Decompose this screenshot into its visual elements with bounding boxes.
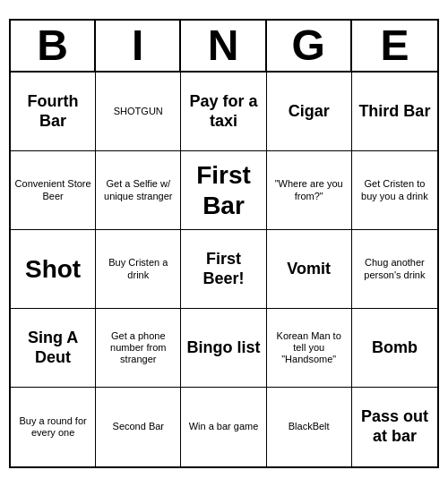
bingo-cell-15: Sing A Deut	[11, 309, 96, 388]
bingo-cell-23: BlackBelt	[267, 388, 352, 466]
cell-text-11: Buy Cristen a drink	[99, 257, 177, 280]
cell-text-15: Sing A Deut	[14, 329, 91, 367]
bingo-cell-5: Convenient Store Beer	[11, 151, 96, 230]
header-letter-I: I	[96, 21, 181, 71]
cell-text-7: First Bar	[185, 160, 262, 220]
cell-text-18: Korean Man to tell you "Handsome"	[271, 330, 348, 366]
cell-text-9: Get Cristen to buy you a drink	[356, 178, 434, 201]
cell-text-1: SHOTGUN	[114, 106, 163, 117]
bingo-cell-7: First Bar	[181, 151, 266, 230]
bingo-cell-1: SHOTGUN	[96, 73, 181, 151]
bingo-cell-6: Get a Selfie w/ unique stranger	[96, 151, 181, 230]
bingo-cell-18: Korean Man to tell you "Handsome"	[267, 309, 352, 388]
bingo-cell-0: Fourth Bar	[11, 73, 96, 151]
bingo-grid: Fourth BarSHOTGUNPay for a taxiCigarThir…	[11, 73, 437, 466]
bingo-cell-22: Win a bar game	[181, 388, 266, 466]
header-letter-B: B	[11, 21, 96, 71]
bingo-cell-4: Third Bar	[352, 73, 437, 151]
header-letter-G: G	[267, 21, 352, 71]
cell-text-19: Bomb	[372, 338, 418, 358]
cell-text-20: Buy a round for every one	[14, 415, 91, 439]
header-letter-N: N	[181, 21, 266, 71]
bingo-cell-17: Bingo list	[181, 309, 266, 388]
cell-text-23: BlackBelt	[289, 421, 330, 432]
cell-text-8: "Where are you from?"	[271, 178, 348, 201]
cell-text-21: Second Bar	[113, 421, 164, 432]
cell-text-13: Vomit	[287, 260, 331, 279]
header-letter-E: E	[352, 21, 437, 71]
bingo-header: BINGE	[11, 21, 437, 73]
bingo-cell-3: Cigar	[267, 73, 352, 151]
cell-text-4: Third Bar	[358, 102, 430, 122]
bingo-cell-16: Get a phone number from stranger	[96, 309, 181, 388]
cell-text-3: Cigar	[289, 102, 330, 122]
bingo-cell-21: Second Bar	[96, 388, 181, 466]
bingo-cell-9: Get Cristen to buy you a drink	[352, 151, 437, 230]
cell-text-5: Convenient Store Beer	[14, 178, 91, 201]
cell-text-17: Bingo list	[186, 338, 260, 358]
bingo-cell-11: Buy Cristen a drink	[96, 230, 181, 309]
bingo-cell-2: Pay for a taxi	[181, 73, 266, 151]
cell-text-22: Win a bar game	[189, 421, 259, 432]
bingo-cell-13: Vomit	[267, 230, 352, 309]
bingo-cell-14: Chug another person's drink	[352, 230, 437, 309]
bingo-cell-24: Pass out at bar	[352, 388, 437, 466]
bingo-cell-8: "Where are you from?"	[267, 151, 352, 230]
cell-text-6: Get a Selfie w/ unique stranger	[99, 178, 177, 201]
cell-text-0: Fourth Bar	[14, 92, 91, 131]
cell-text-12: First Beer!	[185, 250, 262, 288]
cell-text-2: Pay for a taxi	[185, 92, 262, 131]
bingo-cell-12: First Beer!	[181, 230, 266, 309]
bingo-cell-20: Buy a round for every one	[11, 388, 96, 466]
bingo-card: BINGE Fourth BarSHOTGUNPay for a taxiCig…	[9, 19, 439, 468]
cell-text-16: Get a phone number from stranger	[99, 330, 177, 366]
cell-text-10: Shot	[25, 254, 81, 285]
cell-text-24: Pass out at bar	[356, 407, 434, 446]
bingo-cell-10: Shot	[11, 230, 96, 309]
cell-text-14: Chug another person's drink	[356, 257, 434, 280]
bingo-cell-19: Bomb	[352, 309, 437, 388]
